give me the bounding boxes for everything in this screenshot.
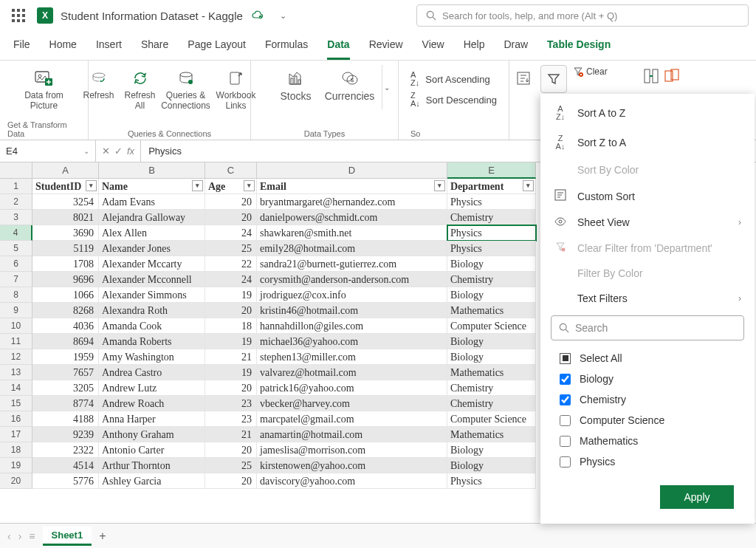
table-cell[interactable]: Alexander Simmons <box>99 287 205 303</box>
menu-file[interactable]: File <box>13 38 30 60</box>
cancel-formula-icon[interactable]: ✕ <box>102 145 110 157</box>
row-header-1[interactable]: 1 <box>0 179 32 194</box>
sort-dialog-button[interactable] <box>512 65 535 89</box>
row-header-9[interactable]: 9 <box>0 303 32 318</box>
table-header-name[interactable]: Name▾ <box>99 179 205 194</box>
row-header-6[interactable]: 6 <box>0 256 32 272</box>
table-cell[interactable]: Physics <box>447 473 536 489</box>
checkbox[interactable] <box>560 415 571 426</box>
table-cell[interactable]: Biology <box>447 349 536 365</box>
table-cell[interactable]: 20 <box>205 303 257 318</box>
table-cell[interactable]: 8774 <box>32 396 99 411</box>
table-cell[interactable]: 2322 <box>32 442 99 458</box>
table-cell[interactable]: bryantmargaret@hernandez.com <box>257 194 447 210</box>
table-cell[interactable]: kirstenowen@yahoo.com <box>257 458 447 473</box>
table-cell[interactable]: Chemistry <box>447 272 536 287</box>
table-cell[interactable]: Biology <box>447 458 536 473</box>
table-cell[interactable]: 25 <box>205 241 257 256</box>
table-cell[interactable]: Biology <box>447 287 536 303</box>
table-cell[interactable]: Biology <box>447 256 536 272</box>
table-cell[interactable]: 19 <box>205 334 257 349</box>
table-cell[interactable]: 25 <box>205 458 257 473</box>
table-cell[interactable]: Mathematics <box>447 365 536 380</box>
text-filters[interactable]: Text Filters › <box>540 286 755 311</box>
table-cell[interactable]: 8021 <box>32 210 99 225</box>
all-sheets-icon[interactable]: ≡ <box>29 530 35 542</box>
menu-home[interactable]: Home <box>49 38 77 60</box>
table-cell[interactable]: 20 <box>205 380 257 396</box>
table-cell[interactable]: jrodriguez@cox.info <box>257 287 447 303</box>
table-cell[interactable]: 1708 <box>32 256 99 272</box>
table-cell[interactable]: hannahdillon@giles.com <box>257 318 447 334</box>
row-header-8[interactable]: 8 <box>0 287 32 303</box>
checkbox[interactable] <box>560 456 571 467</box>
table-cell[interactable]: Amanda Cook <box>99 318 205 334</box>
fx-icon[interactable]: fx <box>127 145 134 157</box>
table-cell[interactable]: Antonio Carter <box>99 442 205 458</box>
menu-view[interactable]: View <box>422 38 444 60</box>
table-cell[interactable]: shawkaren@smith.net <box>257 225 447 241</box>
table-cell[interactable]: 3205 <box>32 380 99 396</box>
table-cell[interactable]: 20 <box>205 473 257 489</box>
data-validation-icon[interactable] <box>664 68 680 84</box>
table-cell[interactable]: kristin46@hotmail.com <box>257 303 447 318</box>
table-cell[interactable]: Chemistry <box>447 380 536 396</box>
table-cell[interactable]: 18 <box>205 318 257 334</box>
row-header-18[interactable]: 18 <box>0 442 32 458</box>
refresh-all-button[interactable]: Refresh All <box>123 65 158 111</box>
sheet-nav-next[interactable]: › <box>18 530 22 542</box>
filter-arrow-icon[interactable]: ▾ <box>244 180 255 191</box>
table-cell[interactable]: 23 <box>205 411 257 427</box>
table-cell[interactable]: 8694 <box>32 334 99 349</box>
menu-formulas[interactable]: Formulas <box>265 38 308 60</box>
menu-help[interactable]: Help <box>464 38 485 60</box>
checkbox[interactable] <box>560 436 571 447</box>
row-header-15[interactable]: 15 <box>0 396 32 411</box>
table-cell[interactable]: Mathematics <box>447 427 536 442</box>
row-header-2[interactable]: 2 <box>0 194 32 210</box>
table-cell[interactable]: 3690 <box>32 225 99 241</box>
row-header-5[interactable]: 5 <box>0 241 32 256</box>
filter-button[interactable] <box>540 65 567 93</box>
filter-arrow-icon[interactable]: ▾ <box>523 180 534 191</box>
table-cell[interactable]: 3254 <box>32 194 99 210</box>
apply-button[interactable]: Apply <box>660 485 734 509</box>
search-input[interactable]: Search for tools, help, and more (Alt + … <box>416 4 749 27</box>
table-cell[interactable]: vbecker@harvey.com <box>257 396 447 411</box>
row-header-12[interactable]: 12 <box>0 349 32 365</box>
table-cell[interactable]: Chemistry <box>447 396 536 411</box>
table-cell[interactable]: 20 <box>205 442 257 458</box>
table-cell[interactable]: emily28@hotmail.com <box>257 241 447 256</box>
table-cell[interactable]: 9696 <box>32 272 99 287</box>
data-from-picture-button[interactable]: Data from Picture <box>18 65 70 111</box>
table-cell[interactable]: Alejandra Galloway <box>99 210 205 225</box>
filter-arrow-icon[interactable]: ▾ <box>434 180 445 191</box>
select-all-corner[interactable] <box>0 162 32 179</box>
filter-option[interactable]: Physics <box>540 451 755 472</box>
clear-filter-button[interactable]: Clear <box>573 66 608 77</box>
table-cell[interactable]: valvarez@hotmail.com <box>257 365 447 380</box>
table-cell[interactable]: 22 <box>205 256 257 272</box>
table-cell[interactable]: Amy Washington <box>99 349 205 365</box>
add-sheet-button[interactable]: + <box>99 530 106 543</box>
column-header-D[interactable]: D <box>257 162 447 179</box>
table-cell[interactable]: 9239 <box>32 427 99 442</box>
table-cell[interactable]: marcpatel@gmail.com <box>257 411 447 427</box>
menu-draw[interactable]: Draw <box>504 38 528 60</box>
table-cell[interactable]: 5119 <box>32 241 99 256</box>
name-box[interactable]: E4 ⌄ <box>0 140 96 162</box>
title-dropdown-icon[interactable]: ⌄ <box>280 11 286 21</box>
table-cell[interactable]: Physics <box>447 241 536 256</box>
menu-table-design[interactable]: Table Design <box>547 38 611 60</box>
table-cell[interactable]: Anna Harper <box>99 411 205 427</box>
table-cell[interactable]: Biology <box>447 334 536 349</box>
filter-option[interactable]: Mathematics <box>540 431 755 451</box>
checkbox[interactable] <box>560 374 571 385</box>
table-cell[interactable]: 23 <box>205 396 257 411</box>
chevron-down-icon[interactable]: ⌄ <box>83 147 89 155</box>
table-cell[interactable]: Computer Science <box>447 318 536 334</box>
table-cell[interactable]: stephen13@miller.com <box>257 349 447 365</box>
filter-arrow-icon[interactable]: ▾ <box>86 180 97 191</box>
table-header-age[interactable]: Age▾ <box>205 179 257 194</box>
table-cell[interactable]: Mathematics <box>447 303 536 318</box>
